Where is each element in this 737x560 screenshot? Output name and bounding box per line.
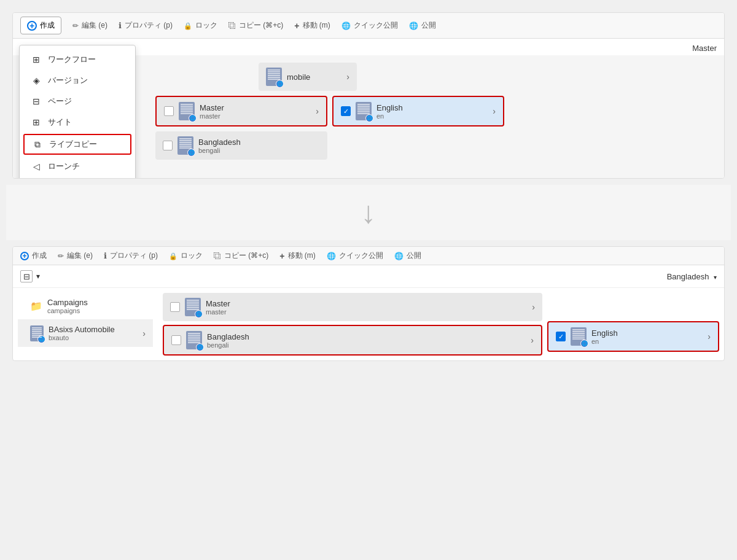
english-icon-wrapper-top: 🌐 bbox=[356, 102, 372, 120]
move-icon-bot bbox=[279, 251, 284, 261]
edit-item-bot[interactable]: 編集 (e) bbox=[58, 251, 93, 261]
create-item-bot[interactable]: + 作成 bbox=[20, 251, 47, 261]
english-text-top: English en bbox=[376, 103, 488, 120]
bangladesh-text-top: Bangladesh bengali bbox=[198, 138, 320, 154]
english-node-top[interactable]: ✓ 🌐 English en › bbox=[332, 96, 504, 126]
bangladesh-icon-wrapper-top: 🌐 bbox=[177, 136, 193, 155]
mobile-name: mobile bbox=[287, 72, 341, 82]
subheader-chevron[interactable]: ▾ bbox=[36, 272, 40, 281]
lock-item-bot[interactable]: ロック bbox=[169, 251, 203, 261]
english-name-top: English bbox=[376, 103, 488, 112]
globe-icon-bot bbox=[327, 252, 336, 260]
dropdown-menu: ⊞ ワークフロー ◈ バージョン ⊟ ページ ⊞ サイト ⧉ ライブコピー bbox=[19, 45, 136, 179]
english-icon-wrapper-bot: 🌐 bbox=[571, 327, 587, 346]
bangladesh-checkbox-top[interactable] bbox=[163, 141, 173, 150]
english-text-bot: English en bbox=[591, 329, 703, 345]
left-list: 📁 Campaigns campaigns 🌐 BAsix bbox=[18, 293, 153, 356]
bangladesh-checkbox-bot[interactable] bbox=[171, 335, 181, 345]
bangladesh-key-top: bengali bbox=[198, 147, 320, 154]
dropdown-label-version: バージョン bbox=[48, 75, 88, 86]
dropdown-item-lang-copy[interactable]: ▤ 言語コピー bbox=[20, 177, 135, 179]
copy-item-top[interactable]: コピー (⌘+c) bbox=[228, 20, 283, 31]
folder-icon-campaigns: 📁 bbox=[30, 300, 42, 312]
master-key-bot: master bbox=[206, 308, 527, 316]
version-icon: ◈ bbox=[31, 76, 42, 85]
copy-item-bot[interactable]: コピー (⌘+c) bbox=[214, 251, 268, 261]
dropdown-item-live-copy[interactable]: ⧉ ライブコピー bbox=[23, 134, 131, 155]
dropdown-item-launch[interactable]: ◁ ローンチ bbox=[20, 156, 135, 177]
bangladesh-node-top[interactable]: 🌐 Bangladesh bengali bbox=[155, 131, 327, 160]
master-node-bot[interactable]: 🌐 Master master › bbox=[163, 293, 542, 321]
edit-label-bot: 編集 (e) bbox=[67, 251, 93, 261]
mobile-page-icon: 🌐 bbox=[266, 68, 282, 86]
master-globe-bot: 🌐 bbox=[195, 310, 203, 318]
master-icon-wrapper-bot: 🌐 bbox=[185, 298, 201, 316]
dropdown-item-version[interactable]: ◈ バージョン bbox=[20, 70, 135, 91]
lock-item-top[interactable]: ロック bbox=[184, 20, 217, 31]
bangladesh-globe-top: 🌐 bbox=[187, 149, 195, 157]
mobile-arrow: › bbox=[346, 72, 349, 82]
english-arrow-bot: › bbox=[708, 332, 711, 341]
publish-item-top[interactable]: 公開 bbox=[409, 20, 436, 31]
subheader-grid-icon[interactable]: ⊟ bbox=[20, 270, 33, 282]
master-name-bot: Master bbox=[206, 299, 527, 308]
site-icon: ⊞ bbox=[31, 117, 42, 127]
english-checkbox-bot[interactable]: ✓ bbox=[556, 332, 566, 341]
bangladesh-tree-row: 🌐 Bangladesh bengali bbox=[148, 131, 717, 160]
master-node-top[interactable]: 🌐 Master master › bbox=[155, 96, 327, 126]
dropdown-label-live-copy: ライブコピー bbox=[49, 139, 97, 150]
launch-icon: ◁ bbox=[31, 161, 42, 171]
edit-item-top[interactable]: 編集 (e) bbox=[72, 20, 107, 31]
properties-item-bot[interactable]: プロパティ (p) bbox=[104, 251, 158, 261]
move-item-top[interactable]: 移動 (m) bbox=[294, 20, 330, 31]
dropdown-label-workflow: ワークフロー bbox=[48, 54, 96, 65]
properties-item-top[interactable]: プロパティ (p) bbox=[119, 20, 173, 31]
dropdown-item-page[interactable]: ⊟ ページ bbox=[20, 91, 135, 112]
master-label[interactable]: Master bbox=[692, 44, 717, 53]
campaigns-row[interactable]: 📁 Campaigns campaigns bbox=[18, 293, 153, 320]
master-checkbox-bot[interactable] bbox=[170, 302, 180, 312]
create-button-top[interactable]: + 作成 bbox=[20, 17, 61, 34]
plus-icon-bot: + bbox=[20, 252, 29, 260]
campaigns-name: Campaigns bbox=[47, 298, 88, 307]
english-key-bot: en bbox=[591, 338, 703, 345]
english-checkbox-top[interactable]: ✓ bbox=[341, 106, 351, 116]
master-arrow-top: › bbox=[316, 106, 319, 116]
english-node-bot[interactable]: ✓ 🌐 English en › bbox=[547, 321, 719, 352]
dropdown-item-workflow[interactable]: ⊞ ワークフロー bbox=[20, 49, 135, 70]
properties-label-bot: プロパティ (p) bbox=[110, 251, 158, 261]
english-page-icon-top: 🌐 bbox=[356, 102, 372, 120]
right-tree-area: 🌐 Master master › 🌐 bbox=[153, 293, 542, 356]
master-key-top: master bbox=[200, 112, 311, 120]
workflow-icon: ⊞ bbox=[31, 55, 42, 64]
english-arrow-top: › bbox=[493, 106, 496, 116]
publish-label-top: 公開 bbox=[421, 20, 436, 31]
dropdown-label-launch: ローンチ bbox=[48, 161, 80, 172]
lock-icon-bot bbox=[169, 252, 177, 260]
master-page-icon-bot: 🌐 bbox=[185, 298, 201, 316]
english-key-top: en bbox=[376, 112, 488, 120]
basixs-row[interactable]: 🌐 BAsixs Automobile bxauto › bbox=[18, 320, 153, 347]
dropdown-item-site[interactable]: ⊞ サイト bbox=[20, 112, 135, 133]
subheader-bottom: ⊟ ▾ Bangladesh ▾ bbox=[13, 265, 724, 288]
bottom-section: + 作成 編集 (e) プロパティ (p) ロック コピー (⌘+c) 移 bbox=[12, 246, 725, 361]
quick-publish-item-bot[interactable]: クイック公開 bbox=[327, 251, 383, 261]
publish-label-bot: 公開 bbox=[407, 251, 421, 261]
pencil-icon-bot bbox=[58, 252, 64, 260]
publish-item-bot[interactable]: 公開 bbox=[394, 251, 421, 261]
copy-icon-top bbox=[228, 21, 236, 30]
master-checkbox-top[interactable] bbox=[164, 106, 174, 116]
quick-publish-item-top[interactable]: クイック公開 bbox=[341, 20, 398, 31]
basixs-globe-icon: 🌐 bbox=[37, 335, 45, 343]
toolbar-bottom: + 作成 編集 (e) プロパティ (p) ロック コピー (⌘+c) 移 bbox=[13, 247, 724, 265]
mobile-node[interactable]: 🌐 mobile › bbox=[259, 63, 357, 91]
mobile-text: mobile bbox=[287, 72, 341, 82]
bangladesh-header-label[interactable]: Bangladesh ▾ bbox=[667, 272, 717, 281]
master-name-top: Master bbox=[200, 103, 311, 112]
bangladesh-chevron: ▾ bbox=[714, 274, 717, 281]
move-item-bot[interactable]: 移動 (m) bbox=[279, 251, 316, 261]
bangladesh-name-bot: Bangladesh bbox=[207, 332, 526, 341]
bangladesh-node-bot[interactable]: 🌐 Bangladesh bengali › bbox=[163, 325, 542, 356]
quick-publish-label-top: クイック公開 bbox=[354, 20, 398, 31]
copy-label-top: コピー (⌘+c) bbox=[239, 20, 283, 31]
